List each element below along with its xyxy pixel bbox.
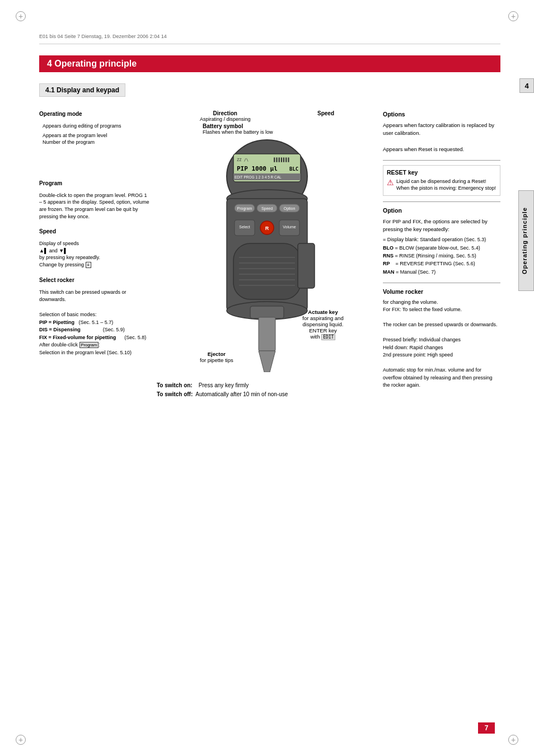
edit-key-code: EDIT bbox=[321, 334, 335, 340]
top-labels: Direction Aspirating / dispensing Speed bbox=[200, 110, 334, 122]
svg-text:EDIT PROG 1 2 3 4 5    R   CAL: EDIT PROG 1 2 3 4 5 R CAL bbox=[235, 175, 282, 179]
svg-text:▐▐▐▐▐▐▐: ▐▐▐▐▐▐▐ bbox=[273, 157, 289, 162]
opt-rp-val: REVERSE PIPETTING (Sec. 5.6) bbox=[400, 261, 475, 266]
direction-label: Direction bbox=[200, 110, 251, 116]
ejector-desc: for pipette tips bbox=[200, 357, 233, 363]
bottom-info: To switch on: Press any key firmly To sw… bbox=[157, 381, 377, 399]
opt-blo-val: BLOW (separate blow-out, Sec. 5.4) bbox=[399, 245, 480, 251]
switch-on-desc: Press any key firmly bbox=[199, 382, 249, 388]
switch-on-row: To switch on: Press any key firmly bbox=[157, 381, 377, 390]
svg-text:Select: Select bbox=[239, 225, 250, 229]
opt-blank: = Display blank: Standard operation (Sec… bbox=[383, 237, 486, 242]
direction-block: Direction Aspirating / dispensing bbox=[200, 110, 251, 122]
program-label: Program bbox=[39, 180, 62, 186]
divider-2 bbox=[383, 201, 500, 202]
select-rocker-desc: This switch can be pressed upwards or do… bbox=[39, 289, 151, 357]
option-detail-items: = Display blank: Standard operation (Sec… bbox=[383, 236, 500, 276]
vol-held: Held down: Rapid changes bbox=[383, 345, 443, 350]
subsection-header: 4.1 Display and keypad bbox=[39, 83, 125, 97]
battery-desc: Flashes when the battery is low bbox=[203, 129, 337, 135]
options-desc1: Appears when factory calibration is repl… bbox=[383, 121, 500, 138]
side-tab: Operating principle bbox=[518, 190, 534, 291]
opt-rp-key: RP bbox=[383, 261, 390, 266]
option-detail-block: Option For PIP and FIX, the options are … bbox=[383, 206, 500, 276]
vol-desc1: for changing the volume. bbox=[383, 299, 438, 305]
opt-man-val: Manual (Sec. 7) bbox=[400, 269, 436, 275]
opt-rns-val: RINSE (Rinsing / mixing, Sec. 5.5) bbox=[399, 253, 476, 259]
volume-rocker-block: Volume rocker for changing the volume. F… bbox=[383, 288, 500, 389]
corner-mark-tr bbox=[508, 11, 518, 21]
main-content: Operating mode Appears during editing of… bbox=[39, 110, 500, 399]
svg-rect-23 bbox=[233, 243, 301, 299]
speed-label: Speed bbox=[39, 228, 56, 234]
speed-top-block: Speed bbox=[317, 110, 334, 122]
divider-3 bbox=[383, 283, 500, 283]
switch-on-label: To switch on: bbox=[157, 382, 193, 388]
select-rocker-label: Select rocker bbox=[39, 277, 74, 283]
options-title: Options bbox=[383, 110, 500, 119]
program-prog-text: PROG 1 – 5 bbox=[39, 192, 147, 205]
corner-mark-br bbox=[508, 735, 518, 745]
corner-mark-bl bbox=[16, 735, 26, 745]
operating-mode-ann: Operating mode Appears during editing of… bbox=[39, 110, 151, 146]
option-detail-desc: For PIP and FIX, the options are selecte… bbox=[383, 218, 500, 234]
switch-off-desc: Automatically after 10 min of non-use bbox=[195, 391, 288, 397]
svg-rect-30 bbox=[250, 306, 284, 318]
operating-mode-label: Operating mode bbox=[39, 111, 82, 117]
battery-block: Battery symbol Flashes when the battery … bbox=[203, 123, 337, 135]
warning-icon: ⚠ bbox=[387, 178, 394, 187]
actuate-key-with: with bbox=[311, 334, 320, 340]
options-block: Options Appears when factory calibration… bbox=[383, 110, 500, 153]
program-icon: Program bbox=[79, 342, 99, 348]
option-detail-label: Option bbox=[383, 206, 500, 215]
operating-mode-sub1: Appears during editing of programs bbox=[43, 123, 151, 130]
divider-1 bbox=[383, 160, 500, 161]
svg-text:Volume: Volume bbox=[283, 225, 296, 229]
speed-top-label: Speed bbox=[317, 110, 334, 116]
left-column: Operating mode Appears during editing of… bbox=[39, 110, 151, 399]
reset-warning-text: Liquid can be dispensed during a Reset! … bbox=[396, 178, 496, 192]
corner-mark-tl bbox=[16, 11, 26, 21]
operating-mode-sub3: Number of the program bbox=[43, 139, 151, 146]
svg-text:BLC: BLC bbox=[289, 166, 298, 172]
volume-rocker-desc: for changing the volume. For FIX: To sel… bbox=[383, 299, 500, 389]
opt-rns-key: RNS bbox=[383, 253, 394, 259]
opt-blo-key: BLO bbox=[383, 245, 394, 251]
svg-text:Program: Program bbox=[237, 206, 252, 211]
center-column: Direction Aspirating / dispensing Speed … bbox=[157, 110, 377, 399]
page-number: 7 bbox=[478, 722, 495, 734]
opt-man-key: MAN bbox=[383, 269, 395, 275]
svg-rect-31 bbox=[259, 317, 275, 351]
program-desc: Double-click to open the program level. … bbox=[39, 192, 151, 220]
switch-off-label: To switch off: bbox=[157, 391, 193, 397]
program-ann: Program Double-click to open the program… bbox=[39, 180, 151, 220]
speed-key-icon: ≡ bbox=[86, 262, 92, 268]
actuate-key-desc: for aspirating and dispensing liquid. bbox=[302, 315, 343, 327]
vol-desc3: The rocker can be pressed upwards or dow… bbox=[383, 322, 498, 327]
vol-auto: Automatic stop for min./max. volume and … bbox=[383, 367, 493, 388]
file-info: E01 bis 04 Seite 7 Dienstag, 19. Dezembe… bbox=[39, 34, 500, 44]
ejector-label: Ejector bbox=[208, 351, 226, 357]
vol-2nd: 2nd pressure point: High speed bbox=[383, 352, 453, 358]
speed-ann: Speed Display of speeds ▲▌ and ▼▌ by pre… bbox=[39, 228, 151, 268]
section-header: 4 Operating principle bbox=[39, 55, 500, 72]
operating-mode-sub2: Appears at the program level bbox=[43, 132, 151, 139]
device-illustration: ZZ /\ ▐▐▐▐▐▐▐ PIP 1000 µl BLC EDIT PROG … bbox=[194, 137, 340, 373]
svg-rect-33 bbox=[298, 243, 315, 288]
reset-warning-row: ⚠ Liquid can be dispensed during a Reset… bbox=[387, 178, 496, 192]
svg-text:Speed: Speed bbox=[261, 206, 273, 211]
switch-off-row: To switch off: Automatically after 10 mi… bbox=[157, 390, 377, 399]
svg-text:R: R bbox=[265, 226, 269, 231]
right-column: Options Appears when factory calibration… bbox=[383, 110, 500, 399]
actuate-key-label-block: Actuate key for aspirating and dispensin… bbox=[301, 309, 345, 340]
select-rocker-ann: Select rocker This switch can be pressed… bbox=[39, 276, 151, 357]
section-number-tab: 4 bbox=[519, 78, 534, 93]
actuate-key-enter: ENTER key bbox=[309, 327, 337, 334]
volume-rocker-label: Volume rocker bbox=[383, 288, 500, 297]
direction-desc: Aspirating / dispensing bbox=[200, 116, 251, 122]
ejector-label-block: Ejector for pipette tips bbox=[200, 351, 233, 363]
svg-text:ZZ /\: ZZ /\ bbox=[237, 158, 249, 162]
svg-text:Option: Option bbox=[284, 206, 296, 211]
options-desc2: Appears when Reset is requested. bbox=[383, 145, 500, 153]
vol-desc2: For FIX: To select the fixed volume. bbox=[383, 307, 462, 312]
